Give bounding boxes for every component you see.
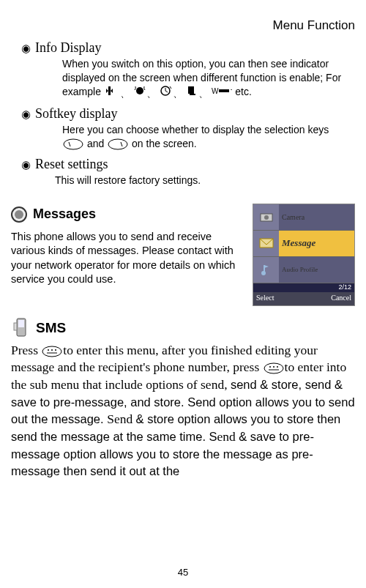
softkey-icon: [41, 345, 63, 358]
messages-description: This phone allows you to send and receiv…: [11, 230, 245, 287]
svg-text:W: W: [212, 87, 219, 95]
envelope-icon: [253, 231, 279, 256]
svg-point-24: [264, 363, 283, 373]
softkey-right-icon: [107, 138, 129, 151]
section-body: When you switch on this option, you can …: [62, 57, 349, 100]
svg-point-22: [55, 349, 56, 351]
indicator-icons: 、 、 、 、 WT: [104, 87, 235, 99]
messages-block: Messages This phone allows you to send a…: [11, 204, 355, 306]
svg-point-20: [48, 349, 49, 351]
text: Press: [11, 343, 41, 357]
messages-title: Messages: [33, 206, 96, 222]
section-softkey-display: ◉ Softkey display: [11, 106, 355, 122]
text: etc.: [235, 86, 252, 97]
section-info-display: ◉ Info Display: [11, 40, 355, 56]
header-title: Menu Function: [11, 18, 355, 33]
section-body: This will restore factory settings.: [55, 174, 349, 187]
svg-rect-6: [219, 89, 229, 92]
sms-block: SMS Press to enter this menu, after you …: [11, 317, 355, 480]
phone-menu-label: Camera: [279, 204, 354, 230]
section-title: Softkey display: [35, 106, 118, 122]
text: on the screen.: [132, 138, 197, 149]
phone-menu-screenshot: Camera Message Audio Profile 2/12 Select…: [253, 204, 355, 306]
phone-menu-label: Audio Profile: [279, 257, 354, 283]
text: Send: [107, 412, 135, 426]
phone-softkey-right: Cancel: [331, 294, 351, 304]
svg-point-1: [136, 87, 143, 94]
phone-counter: 2/12: [253, 283, 354, 292]
bullet-icon: ◉: [21, 42, 31, 55]
section-reset-settings: ◉ Reset settings: [11, 157, 355, 172]
svg-rect-4: [190, 94, 195, 95]
section-body: Here you can choose whether to display t…: [62, 123, 349, 151]
sms-title: SMS: [36, 320, 66, 336]
svg-point-13: [264, 215, 269, 220]
svg-point-8: [64, 139, 83, 149]
svg-point-19: [42, 346, 61, 357]
phone-menu-row: Audio Profile: [253, 257, 354, 283]
svg-point-26: [273, 366, 274, 368]
svg-point-27: [277, 366, 278, 368]
phone-softkey-left: Select: [256, 294, 274, 304]
svg-line-11: [121, 142, 122, 146]
sms-body: Press to enter this menu, after you fini…: [11, 342, 355, 480]
phone-menu-row: Camera: [253, 204, 354, 231]
svg-point-25: [269, 366, 271, 368]
text: and: [87, 138, 107, 149]
phone-menu-label: Message: [279, 231, 354, 256]
text: Here you can choose whether to display t…: [62, 124, 329, 135]
svg-line-9: [69, 142, 70, 146]
camera-icon: [253, 204, 279, 230]
page-number: 45: [0, 567, 366, 578]
svg-rect-0: [108, 86, 111, 95]
messages-icon: [11, 206, 27, 223]
softkey-left-icon: [62, 138, 84, 151]
music-note-icon: [253, 257, 279, 283]
svg-rect-17: [18, 320, 24, 327]
softkey-icon: [263, 362, 285, 375]
bullet-icon: ◉: [21, 158, 31, 171]
svg-point-21: [51, 349, 53, 351]
bullet-icon: ◉: [21, 108, 31, 121]
svg-point-15: [261, 271, 266, 275]
phone-softkeys: Select Cancel: [253, 292, 354, 305]
phone-menu-row-selected: Message: [253, 231, 354, 257]
svg-rect-18: [14, 323, 17, 330]
svg-point-10: [108, 139, 127, 149]
svg-text:T: T: [231, 88, 232, 95]
mobile-phone-icon: [12, 317, 30, 339]
text: end: [217, 429, 239, 444]
svg-rect-3: [188, 86, 194, 94]
section-title: Info Display: [35, 40, 101, 56]
section-title: Reset settings: [35, 157, 108, 172]
